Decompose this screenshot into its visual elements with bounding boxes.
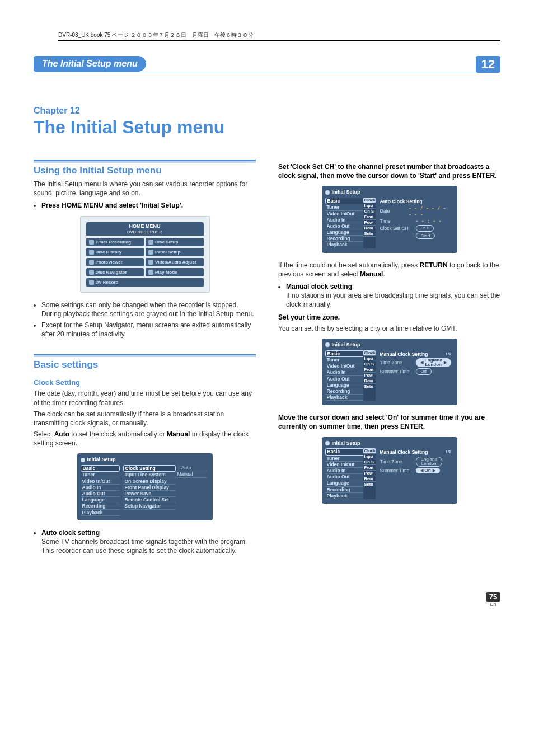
- osd-list-item: Recording: [325, 487, 364, 493]
- timezone-value: ◀England London▶: [416, 358, 452, 367]
- osd-option: Auto: [176, 465, 207, 471]
- osd-list-item: Video In/Out: [325, 211, 364, 217]
- osd-auto-clock: Initial Setup BasicTunerVideo In/OutAudi…: [322, 186, 457, 252]
- osd-list-item: Language: [325, 480, 364, 486]
- home-menu-title: HOME MENU DVD RECORDER: [86, 222, 204, 236]
- osd-list-item: Pow: [363, 471, 376, 476]
- osd-list-item: Pow: [363, 373, 376, 378]
- osd-list-item: Rem: [363, 378, 376, 384]
- home-menu-tile: Disc Setup: [146, 238, 204, 246]
- osd-list-item: Audio Out: [325, 474, 364, 480]
- right-lead: Set 'Clock Set CH' to the channel preset…: [278, 162, 500, 180]
- osd-list-item: Playback: [325, 242, 364, 248]
- osd-icon: [81, 458, 85, 462]
- sec2-p1: The date (day, month, year) and time mus…: [34, 389, 256, 407]
- osd-list-item: Language: [325, 229, 364, 236]
- osd-list-item: Front Panel Display: [123, 485, 176, 491]
- page-number-box: 75 En: [486, 592, 500, 607]
- osd-list-item: Audio In: [325, 217, 364, 223]
- osd-list-item: Fron: [363, 465, 376, 471]
- home-menu-tile: Disc Navigator: [86, 268, 144, 276]
- page-lang: En: [486, 602, 500, 607]
- osd-list-item: Input Line System: [123, 472, 176, 478]
- header-rule: [34, 72, 500, 72]
- auto-clock-bullet: Auto clock setting Some TV channels broa…: [41, 528, 256, 556]
- left-column: Using the Initial Setup menu The Initial…: [34, 160, 256, 558]
- section-rule: [34, 160, 256, 163]
- osd-list-item: Playback: [325, 395, 364, 401]
- osd-list-item: Clock Setting: [123, 465, 176, 472]
- home-menu-tile: PhotoViewer: [86, 258, 144, 266]
- osd-list-item: Audio In: [325, 468, 364, 474]
- osd-list-item: Fron: [363, 367, 376, 373]
- subhead-clock-setting: Clock Setting: [34, 378, 256, 387]
- tile-icon: [89, 260, 94, 265]
- osd-list-item: Tuner: [325, 456, 364, 462]
- chevron-left-icon: ◀: [420, 360, 423, 365]
- tile-icon: [148, 260, 153, 265]
- osd-list-item: Setu: [363, 231, 376, 237]
- osd-list-item: Pow: [363, 220, 376, 226]
- manual-clock-bullet: Manual clock setting If no stations in y…: [286, 282, 500, 309]
- osd-list-item: Audio In: [325, 369, 364, 375]
- osd-list-item: Playback: [81, 510, 120, 516]
- header-chapter-number: 12: [476, 56, 500, 73]
- tile-icon: [89, 250, 94, 255]
- osd-list-item: Recording: [325, 236, 364, 242]
- osd-list-item: Tuner: [325, 204, 364, 210]
- header-title: The Initial Setup menu: [34, 56, 146, 72]
- home-menu-tile: Timer Recording: [86, 238, 144, 246]
- osd-list-item: Rem: [363, 226, 376, 231]
- tile-icon: [89, 240, 94, 245]
- crop-header-line: DVR-03_UK.book 75 ページ ２００３年７月２８日 月曜日 午後６…: [58, 31, 500, 41]
- sec2-p2: The clock can be set automatically if th…: [34, 410, 256, 428]
- osd-list-item: Language: [325, 382, 364, 388]
- osd-list-item: Recording: [325, 388, 364, 395]
- osd-list-item: Basic: [325, 350, 364, 357]
- osd-list-item: Video In/Out: [325, 462, 364, 468]
- right-column: Set 'Clock Set CH' to the channel preset…: [278, 160, 500, 558]
- home-menu-tile: DV Record: [86, 278, 204, 287]
- osd-list-item: Setu: [363, 482, 376, 487]
- crop-header-text: DVR-03_UK.book 75 ページ ２００３年７月２８日 月曜日 午後６…: [58, 32, 254, 38]
- page-header: The Initial Setup menu 12: [34, 56, 500, 73]
- tile-icon: [89, 280, 94, 285]
- home-menu-osd: HOME MENU DVD RECORDER Timer RecordingDi…: [80, 216, 210, 293]
- osd-list-item: Recording: [81, 503, 120, 509]
- osd-list-item: Inpu: [363, 356, 376, 361]
- osd-list-item: Audio Out: [81, 491, 120, 497]
- osd-list-item: Basic: [325, 198, 364, 204]
- tile-icon: [148, 270, 153, 275]
- osd-list-item: Tuner: [81, 472, 120, 478]
- osd-list-item: On S: [363, 209, 376, 214]
- osd-list-item: On S: [363, 361, 376, 367]
- osd-icon: [325, 441, 330, 445]
- sec2-p3: Select Auto to set the clock automatical…: [34, 430, 256, 448]
- home-menu-tile: Play Mode: [146, 268, 204, 276]
- right-move-p: Move the cursor down and select 'On' for…: [278, 413, 500, 431]
- osd-clock-setting-list: Initial Setup BasicTunerVideo In/OutAudi…: [77, 453, 213, 520]
- chevron-left-icon: ◀: [420, 468, 423, 473]
- osd-list-item: On Screen Display: [123, 478, 176, 485]
- osd-list-item: Inpu: [363, 454, 376, 459]
- osd-list-item: Audio In: [81, 485, 120, 491]
- osd-list-item: On S: [363, 459, 376, 465]
- chapter-title: The Initial Setup menu: [34, 117, 500, 138]
- chevron-right-icon: ▶: [444, 360, 447, 365]
- osd-list-item: Audio Out: [325, 223, 364, 229]
- chapter-label: Chapter 12: [34, 106, 500, 116]
- section-rule-2: [34, 354, 256, 357]
- osd-list-item: Audio Out: [325, 376, 364, 382]
- osd-list-item: Video In/Out: [81, 478, 120, 485]
- osd-list-item: Basic: [325, 448, 364, 455]
- osd-list-item: Tuner: [325, 357, 364, 363]
- osd-list-item: Basic: [81, 465, 120, 472]
- osd-list-item: Setu: [363, 384, 376, 389]
- home-menu-tile: Initial Setup: [146, 248, 204, 256]
- sec1-bullet-except: Except for the Setup Navigator, menu scr…: [41, 321, 256, 339]
- tz-p: You can set this by selecting a city or …: [278, 324, 500, 333]
- sec1-bullet-press: Press HOME MENU and select 'Initial Setu…: [41, 201, 256, 210]
- osd-list-item: Inpu: [363, 203, 376, 209]
- osd-list-item: Remote Control Set: [123, 497, 176, 503]
- osd-list-item: Power Save: [123, 491, 176, 497]
